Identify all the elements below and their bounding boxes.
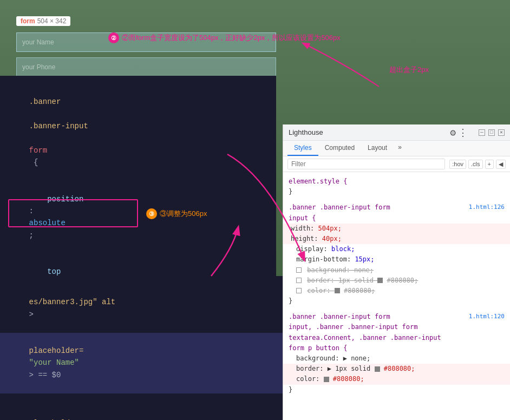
style-block-element: element.style { } [289, 176, 505, 197]
close-button[interactable]: ✕ [498, 129, 505, 136]
style-closing-element: } [289, 187, 505, 197]
style-block-form-input: .banner .banner-input form 1.html:126 in… [289, 202, 505, 306]
tab-computed[interactable]: Computed [318, 141, 361, 156]
styles-content: element.style { } .banner .banner-input … [283, 172, 510, 414]
devtools-title: Lighthouse [289, 128, 323, 136]
annotation-2-bubble: ② [108, 32, 119, 43]
style-prop-color: color: #808080; [289, 286, 505, 296]
cls-button[interactable]: .cls [468, 160, 483, 169]
css-form-tag: form [29, 146, 48, 155]
color-swatch-color [335, 288, 340, 293]
minimize-button[interactable]: — [479, 129, 485, 136]
filter-buttons: :hov .cls + ◀ [449, 160, 506, 169]
devtools-titlebar: Lighthouse ⚙ ⋮ — □ ✕ [283, 124, 510, 141]
form-tag: form [21, 17, 35, 25]
html-line-2-selected: placeholder= "your Name" > == $0 [0, 333, 309, 393]
style-block-form-button: .banner .banner-input form 1.html:120 in… [289, 312, 505, 395]
style-selector-input-tag: input { [289, 213, 505, 224]
form-dimensions: 504 × 342 [37, 17, 67, 25]
annotation-3-bubble: ③ [146, 208, 157, 219]
devtools-controls: ⚙ ⋮ — □ ✕ [450, 127, 505, 139]
style-prop-marginbottom: margin-bottom: 15px; [289, 254, 505, 265]
gear-icon[interactable]: ⚙ [450, 127, 456, 139]
style-prop-height: height: 40px; [283, 234, 510, 244]
style-selector-element: element.style { [289, 176, 505, 187]
tab-styles[interactable]: Styles [287, 141, 318, 156]
tab-layout[interactable]: Layout [361, 141, 394, 156]
maximize-button[interactable]: □ [488, 129, 495, 136]
fake-input-phone: your Phone [16, 57, 276, 77]
style-prop-background-2: background: ▶ none; [289, 353, 505, 364]
devtools-panel: Lighthouse ⚙ ⋮ — □ ✕ Styles Computed Lay… [283, 124, 510, 420]
style-block2-closing: } [289, 296, 505, 306]
color-swatch-border-2 [375, 366, 380, 372]
devtools-filter: :hov .cls + ◀ [283, 156, 510, 172]
collapse-button[interactable]: ◀ [496, 160, 506, 169]
hov-button[interactable]: :hov [449, 160, 466, 169]
input-placeholder-name: your Name [22, 38, 54, 46]
style-selector-form-input: .banner .banner-input form 1.html:126 [289, 202, 505, 213]
style-prop-width: width: 504px; [283, 224, 510, 234]
tab-more[interactable]: » [394, 141, 406, 156]
filter-input[interactable] [287, 159, 445, 169]
html-line-3: placeholder= "your Phone" > [11, 393, 298, 420]
style-block3-closing: } [289, 385, 505, 395]
annotation-2-text: ②而form盒子宽度设为了504px，正好缺少2px，所以应该设置为506px [122, 33, 341, 43]
form-tooltip: form 504 × 342 [16, 16, 70, 26]
style-source-2[interactable]: 1.html:120 [469, 312, 505, 321]
input-placeholder-phone: your Phone [22, 63, 55, 71]
style-prop-display: display: block; [289, 244, 505, 254]
menu-icon[interactable]: ⋮ [458, 127, 468, 139]
style-selector-form-button: .banner .banner-input form 1.html:120 [289, 312, 505, 322]
checkbox-color[interactable] [296, 288, 302, 293]
color-swatch-color-2 [324, 377, 329, 382]
checkbox-border[interactable] [296, 278, 302, 283]
devtools-tabs: Styles Computed Layout » [283, 141, 510, 156]
checkbox-background[interactable] [296, 267, 302, 273]
style-prop-border: border: 1px solid #808080; [289, 275, 505, 286]
annotation-2-container: ② ②而form盒子宽度设为了504px，正好缺少2px，所以应该设置为506p… [108, 32, 341, 43]
css-line-3: top : 100px ; [11, 253, 265, 276]
style-prop-border-2: border: ▶ 1px solid #808080; [283, 364, 510, 374]
color-swatch-border [377, 278, 383, 283]
style-source-1[interactable]: 1.html:126 [469, 202, 505, 212]
css-banner-input: .banner-input [29, 122, 88, 130]
annotation-3-container: ③ ③调整为506px [146, 208, 207, 219]
style-prop-color-2: color: #808080; [283, 374, 510, 384]
overflow-text: 超出盒子2px [389, 65, 429, 74]
overflow-annotation: 超出盒子2px [389, 65, 429, 75]
html-code-panel: es/banner3.jpg" alt > placeholder= "your… [0, 276, 309, 420]
css-line-2: position : absolute ; [11, 181, 265, 253]
css-code-panel: .banner .banner-input form { position : … [0, 76, 276, 276]
css-banner-class: .banner [29, 97, 61, 106]
annotation-3-text: ③调整为506px [160, 209, 207, 219]
add-rule-button[interactable]: + [485, 160, 494, 169]
style-prop-background: background: none; [289, 265, 505, 275]
css-line-1: .banner .banner-input form { [11, 84, 265, 181]
html-line-1: es/banner3.jpg" alt > [11, 284, 298, 333]
